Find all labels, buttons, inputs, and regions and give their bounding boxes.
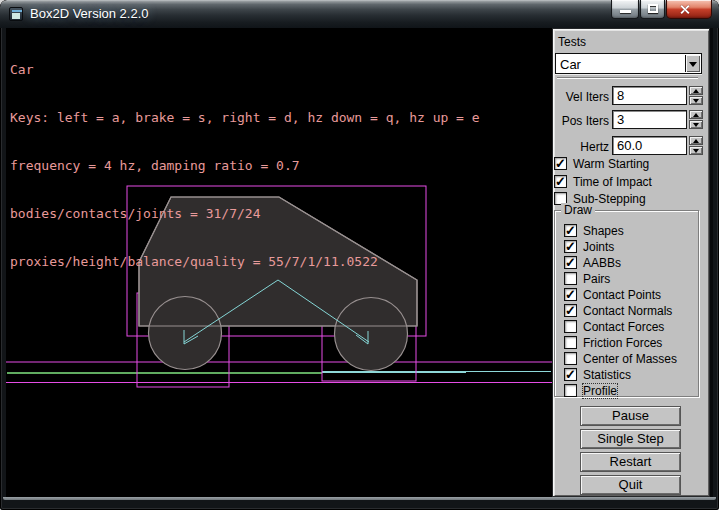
shapes-label: Shapes [583, 224, 624, 238]
hertz-spinner [689, 136, 703, 155]
app-window: Box2D Version 2.2.0 [0, 0, 719, 510]
maximize-icon [648, 4, 658, 13]
window-controls [611, 0, 713, 19]
control-panel: Tests Car Vel Iters 8 Pos Iters 3 Hertz [552, 28, 710, 497]
statistics-label: Statistics [583, 368, 631, 382]
arrow-down-icon [693, 149, 699, 153]
aabbs-checkbox[interactable] [564, 256, 577, 269]
title-bar[interactable]: Box2D Version 2.2.0 [0, 0, 719, 28]
contact-points-checkbox[interactable] [564, 288, 577, 301]
pairs-checkbox[interactable] [564, 272, 577, 285]
contact-points-label: Contact Points [583, 288, 661, 302]
stats-line-bodies: bodies/contacts/joints = 31/7/24 [10, 206, 480, 222]
draw-groupbox: Draw Shapes Joints AABBs Pairs [554, 210, 699, 397]
pos-iters-spin-up-button[interactable] [689, 110, 703, 119]
arrow-down-icon [693, 99, 699, 103]
friction-forces-checkbox[interactable] [564, 336, 577, 349]
app-icon[interactable] [9, 7, 23, 21]
warm-starting-checkbox[interactable] [554, 157, 567, 170]
rear-wheel [149, 297, 222, 370]
center-of-masses-checkbox[interactable] [564, 352, 577, 365]
vel-iters-spinner [689, 86, 703, 105]
contact-normals-checkbox[interactable] [564, 304, 577, 317]
pause-button[interactable]: Pause [580, 406, 681, 426]
stats-line-keys: Keys: left = a, brake = s, right = d, hz… [10, 110, 480, 126]
stats-line-proxies: proxies/height/balance/quality = 55/7/1/… [10, 254, 480, 270]
arrow-up-icon [693, 139, 699, 143]
profile-label: Profile [583, 384, 617, 398]
simulation-canvas[interactable]: Car Keys: left = a, brake = s, right = d… [6, 28, 552, 497]
contact-forces-label: Contact Forces [583, 320, 664, 334]
stats-line-frequency: frequency = 4 hz, damping ratio = 0.7 [10, 158, 480, 174]
center-of-masses-label: Center of Masses [583, 352, 677, 366]
friction-forces-label: Friction Forces [583, 336, 662, 350]
arrow-up-icon [693, 113, 699, 117]
maximize-button[interactable] [640, 0, 665, 19]
hertz-spin-down-button[interactable] [689, 146, 703, 155]
pairs-label: Pairs [583, 272, 610, 286]
vel-iters-field[interactable]: 8 [612, 86, 687, 105]
contact-forces-checkbox[interactable] [564, 320, 577, 333]
arrow-up-icon [693, 89, 699, 93]
tests-label: Tests [558, 35, 586, 49]
aabbs-label: AABBs [583, 256, 621, 270]
minimize-icon [620, 10, 631, 13]
joints-label: Joints [583, 240, 614, 254]
app-icon-bar [12, 10, 22, 12]
pos-iters-field[interactable]: 3 [612, 110, 687, 129]
contact-normals-label: Contact Normals [583, 304, 672, 318]
hertz-field[interactable]: 60.0 [612, 136, 687, 155]
pos-iters-spinner [689, 110, 703, 129]
time-of-impact-label: Time of Impact [573, 175, 652, 189]
test-select-dropdown[interactable]: Car [555, 53, 702, 74]
restart-button[interactable]: Restart [580, 452, 681, 472]
app-icon-pane [12, 13, 20, 19]
separator [557, 77, 698, 79]
pos-iters-spin-down-button[interactable] [689, 120, 703, 129]
vel-iters-label: Vel Iters [553, 90, 609, 104]
hertz-spin-up-button[interactable] [689, 136, 703, 145]
client-area: Car Keys: left = a, brake = s, right = d… [6, 28, 713, 497]
quit-button[interactable]: Quit [580, 475, 681, 495]
vel-iters-spin-down-button[interactable] [689, 96, 703, 105]
time-of-impact-checkbox[interactable] [554, 175, 567, 188]
debug-stats-text: Car Keys: left = a, brake = s, right = d… [10, 30, 480, 302]
draw-group-label: Draw [561, 203, 595, 217]
minimize-button[interactable] [611, 0, 639, 19]
joints-checkbox[interactable] [564, 240, 577, 253]
front-wheel [335, 298, 408, 371]
window-bottom-frame [3, 497, 716, 500]
arrow-down-icon [693, 123, 699, 127]
shapes-checkbox[interactable] [564, 224, 577, 237]
stats-line-test-name: Car [10, 62, 480, 78]
single-step-button[interactable]: Single Step [580, 429, 681, 449]
chevron-down-icon [689, 62, 697, 67]
pos-iters-label: Pos Iters [553, 114, 609, 128]
close-button[interactable] [666, 0, 712, 19]
vel-iters-spin-up-button[interactable] [689, 86, 703, 95]
hertz-label: Hertz [553, 140, 609, 154]
dropdown-button[interactable] [685, 55, 700, 72]
test-select-value: Car [560, 57, 581, 72]
profile-checkbox[interactable] [564, 384, 577, 397]
warm-starting-label: Warm Starting [573, 157, 649, 171]
window-title: Box2D Version 2.2.0 [30, 6, 149, 21]
statistics-checkbox[interactable] [564, 368, 577, 381]
